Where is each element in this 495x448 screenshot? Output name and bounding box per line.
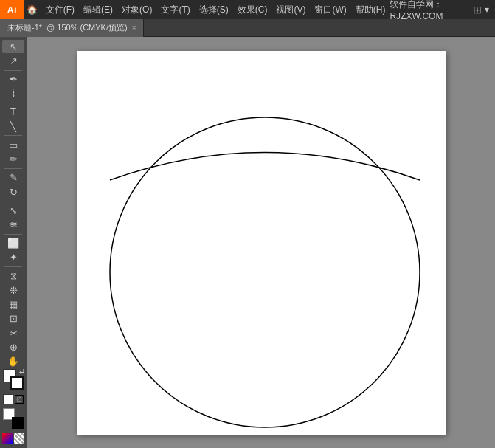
shape-tool[interactable]: ▭ bbox=[2, 138, 24, 151]
dropdown-icon[interactable]: ▾ bbox=[485, 4, 489, 15]
none-swatch[interactable] bbox=[14, 433, 24, 444]
menu-item-F[interactable]: 文件(F) bbox=[41, 0, 79, 19]
none-stroke[interactable]: ∅ bbox=[15, 395, 24, 404]
menu-item-C[interactable]: 效果(C) bbox=[233, 0, 272, 19]
curved-line[interactable] bbox=[110, 152, 420, 180]
artboard-tool[interactable]: ⊡ bbox=[2, 312, 24, 325]
menu-item-H[interactable]: 帮助(H) bbox=[351, 0, 390, 19]
rotate-tool[interactable]: ↻ bbox=[2, 185, 24, 199]
curvature-tool[interactable]: ⌇ bbox=[2, 87, 24, 100]
line-tool[interactable]: ╲ bbox=[2, 120, 24, 133]
hand-tool[interactable]: ✋ bbox=[2, 355, 24, 368]
canvas-area[interactable] bbox=[27, 37, 495, 448]
tool-separator bbox=[4, 103, 22, 103]
column-graph-tool[interactable]: ▦ bbox=[2, 297, 24, 311]
tabbar: 未标题-1* @ 150% (CMYK/预览) × bbox=[0, 19, 495, 37]
tool-separator bbox=[4, 201, 22, 201]
menu-item-V[interactable]: 视图(V) bbox=[271, 0, 310, 19]
slice-tool[interactable]: ✂ bbox=[2, 326, 24, 340]
menu-item-O[interactable]: 对象(O) bbox=[117, 0, 156, 19]
menu-item-T[interactable]: 文字(T) bbox=[156, 0, 194, 19]
zoom-tool[interactable]: ⊕ bbox=[2, 340, 24, 354]
artboard bbox=[77, 51, 446, 435]
black-stroke-swatch[interactable] bbox=[12, 417, 24, 429]
pencil-tool[interactable]: ✎ bbox=[2, 171, 24, 185]
drawing-canvas bbox=[77, 51, 446, 435]
tool-separator bbox=[4, 234, 22, 235]
tab-close-button[interactable]: × bbox=[132, 24, 136, 32]
titlebar: Ai 🏠 文件(F)编辑(E)对象(O)文字(T)选择(S)效果(C)视图(V)… bbox=[0, 0, 495, 19]
gradient-swatch[interactable] bbox=[2, 433, 13, 444]
symbol-tool[interactable]: ❊ bbox=[2, 283, 24, 297]
ai-logo: Ai bbox=[0, 0, 24, 19]
stroke-swatch[interactable] bbox=[10, 376, 24, 390]
color-swatches: ⇄ ∅ bbox=[2, 369, 24, 444]
pen-tool[interactable]: ✒ bbox=[2, 72, 24, 86]
default-fill[interactable] bbox=[3, 394, 13, 404]
home-button[interactable]: 🏠 bbox=[24, 0, 41, 19]
paintbrush-tool[interactable]: ✏ bbox=[2, 152, 24, 165]
tool-separator bbox=[4, 70, 22, 71]
menu-item-E[interactable]: 编辑(E) bbox=[79, 0, 117, 19]
tab-zoom-info: @ 150% (CMYK/预览) bbox=[46, 22, 128, 33]
tool-separator bbox=[4, 266, 22, 267]
gradient-tool[interactable]: ⬜ bbox=[2, 236, 24, 249]
tool-separator bbox=[4, 168, 22, 169]
type-tool[interactable]: T bbox=[2, 106, 24, 119]
eyedropper-tool[interactable]: ✦ bbox=[2, 251, 24, 264]
warp-tool[interactable]: ≋ bbox=[2, 218, 24, 231]
direct-selection-tool[interactable]: ↗ bbox=[2, 54, 24, 67]
main-circle[interactable] bbox=[110, 117, 420, 427]
site-info: 软件自学网：RJZXW.COM bbox=[390, 0, 470, 21]
selection-tool[interactable]: ↖ bbox=[2, 40, 24, 53]
scale-tool[interactable]: ⤡ bbox=[2, 204, 24, 217]
swap-colors-button[interactable]: ⇄ bbox=[19, 368, 25, 375]
tool-separator bbox=[4, 135, 22, 136]
tab-label: 未标题-1* bbox=[7, 22, 42, 33]
menubar: 文件(F)编辑(E)对象(O)文字(T)选择(S)效果(C)视图(V)窗口(W)… bbox=[41, 0, 390, 19]
grid-icon[interactable]: ⊞ bbox=[473, 4, 482, 15]
main-area: ↖↗✒⌇T╲▭✏✎↻⤡≋⬜✦⧖❊▦⊡✂⊕✋ ⇄ ∅ bbox=[0, 37, 495, 448]
toolbar: ↖↗✒⌇T╲▭✏✎↻⤡≋⬜✦⧖❊▦⊡✂⊕✋ ⇄ ∅ bbox=[0, 37, 27, 448]
menu-item-W[interactable]: 窗口(W) bbox=[310, 0, 350, 19]
blend-tool[interactable]: ⧖ bbox=[2, 269, 24, 283]
menu-item-S[interactable]: 选择(S) bbox=[195, 0, 233, 19]
right-icons: 软件自学网：RJZXW.COM ⊞ ▾ bbox=[390, 0, 495, 21]
active-tab[interactable]: 未标题-1* @ 150% (CMYK/预览) × bbox=[0, 19, 144, 37]
